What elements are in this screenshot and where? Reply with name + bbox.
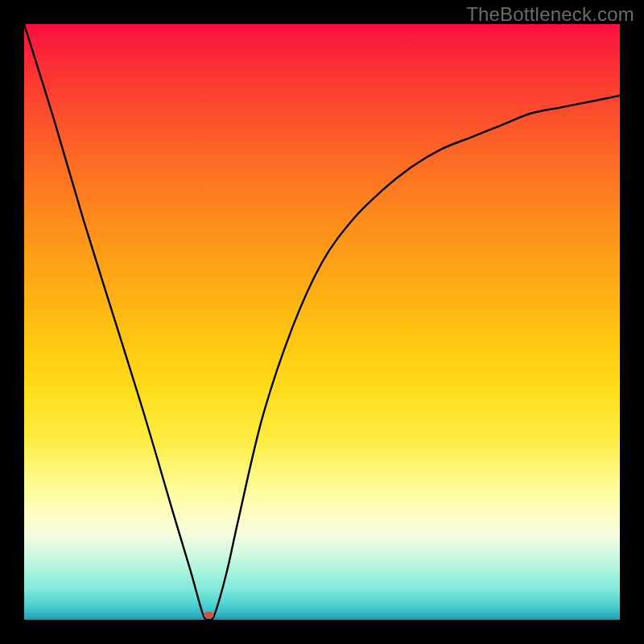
- min-marker: [204, 612, 214, 619]
- plot-area: [24, 24, 620, 620]
- watermark-text: TheBottleneck.com: [466, 3, 634, 26]
- chart-frame: TheBottleneck.com: [0, 0, 644, 644]
- bottleneck-curve-path: [24, 24, 620, 620]
- curve-layer: [24, 24, 620, 620]
